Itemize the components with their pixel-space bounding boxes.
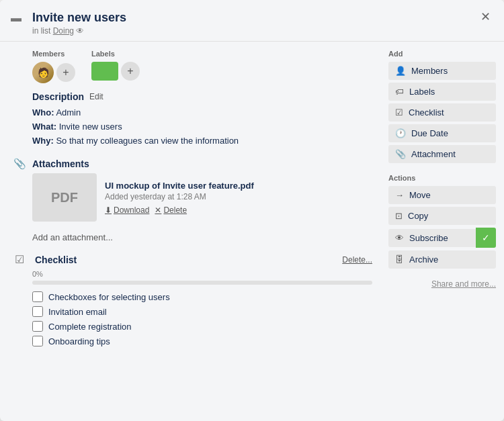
- checklist-checkbox-1[interactable]: [32, 291, 43, 302]
- download-button[interactable]: ⬇ Download: [105, 205, 149, 215]
- list-link[interactable]: Doing: [53, 26, 74, 36]
- description-title: Description: [32, 91, 84, 102]
- progress-label: 0%: [32, 270, 372, 278]
- delete-checklist-link[interactable]: Delete...: [342, 255, 372, 265]
- description-text: Who: Admin What: Invite new users Why: S…: [32, 106, 372, 148]
- archive-button[interactable]: 🗄 Archive: [388, 250, 496, 269]
- sidebar-add-title: Add: [388, 50, 496, 58]
- attachment-date: Added yesterday at 1:28 AM: [105, 192, 254, 201]
- modal-title: Invite new users: [32, 11, 126, 25]
- add-member-button[interactable]: +: [56, 63, 75, 82]
- checklist-items: Checkboxes for selecting users Invitatio…: [32, 291, 372, 346]
- sidebar-add-section: Add 👤 Members 🏷 Labels ☑ Checklist 🕐 Due…: [388, 50, 496, 163]
- sidebar-members-button[interactable]: 👤 Members: [388, 62, 496, 80]
- attachments-header: 📎 Attachments: [32, 158, 372, 169]
- checklist-icon: ☑: [395, 107, 403, 118]
- add-attachment-link[interactable]: Add an attachment...: [32, 232, 113, 242]
- delete-icon: ✕: [155, 205, 161, 215]
- attachment-name: UI mockup of Invite user feature.pdf: [105, 181, 254, 191]
- paperclip-icon: 📎: [395, 149, 406, 159]
- eye-icon: 👁: [395, 233, 404, 243]
- attachments-title: Attachments: [32, 158, 89, 169]
- list-item: Invitation email: [32, 306, 372, 317]
- share-link[interactable]: Share and more...: [388, 279, 496, 289]
- description-section: Description Edit Who: Admin What: Invite…: [32, 91, 372, 148]
- sidebar-actions-section: Actions → Move ⊡ Copy 👁 Subscribe ✓: [388, 174, 496, 269]
- sidebar-actions-title: Actions: [388, 174, 496, 182]
- checklist-item-label: Checkboxes for selecting users: [48, 292, 170, 302]
- subscribe-row: 👁 Subscribe ✓: [388, 228, 496, 248]
- attachment-item: PDF UI mockup of Invite user feature.pdf…: [32, 173, 372, 222]
- sidebar-attachment-button[interactable]: 📎 Attachment: [388, 145, 496, 163]
- move-icon: →: [395, 190, 404, 200]
- attachment-thumbnail: PDF: [32, 173, 97, 222]
- edit-description-link[interactable]: Edit: [89, 92, 103, 101]
- label-row: +: [91, 62, 140, 81]
- checklist-item-label: Invitation email: [48, 307, 107, 317]
- card-icon: ▬: [11, 12, 22, 24]
- labels-section: Labels +: [91, 50, 140, 83]
- add-label-button[interactable]: +: [121, 62, 140, 81]
- move-button[interactable]: → Move: [388, 186, 496, 204]
- checklist-item-label: Complete registration: [48, 322, 132, 332]
- checklist-checkbox-2[interactable]: [32, 306, 43, 317]
- checklist-header-row: ☑ Checklist Delete...: [32, 253, 372, 266]
- members-label: Members: [32, 50, 75, 58]
- label-chip-green[interactable]: [91, 62, 118, 81]
- person-icon: 👤: [395, 66, 406, 76]
- checklist-icon: ☑: [15, 253, 24, 266]
- label-icon: 🏷: [395, 87, 404, 97]
- attachments-section: 📎 Attachments PDF UI mockup of Invite us…: [32, 158, 372, 242]
- list-item: Checkboxes for selecting users: [32, 291, 372, 302]
- close-button[interactable]: ✕: [475, 8, 496, 26]
- avatar: 🧑: [32, 62, 54, 83]
- archive-icon: 🗄: [395, 254, 404, 265]
- main-content: Members 🧑 + Labels + Descrip: [0, 42, 383, 421]
- progress-bar-bg: [32, 281, 372, 285]
- modal-container: ▬ Invite new users in list Doing 👁 ✕ Mem…: [0, 0, 504, 421]
- attachment-info: UI mockup of Invite user feature.pdf Add…: [105, 173, 254, 222]
- modal-header: ▬ Invite new users in list Doing 👁 ✕: [0, 0, 504, 42]
- modal-body: Members 🧑 + Labels + Descrip: [0, 42, 504, 421]
- sidebar-duedate-button[interactable]: 🕐 Due Date: [388, 124, 496, 142]
- delete-attachment-button[interactable]: ✕ Delete: [155, 205, 187, 215]
- description-header: Description Edit: [32, 91, 372, 102]
- modal-subtitle: in list Doing 👁: [32, 26, 477, 36]
- checklist-checkbox-3[interactable]: [32, 321, 43, 332]
- checklist-title: Checklist: [35, 254, 77, 265]
- clock-icon: 🕐: [395, 128, 406, 138]
- attachment-actions: ⬇ Download ✕ Delete: [105, 205, 254, 215]
- sidebar: Add 👤 Members 🏷 Labels ☑ Checklist 🕐 Due…: [383, 42, 504, 421]
- copy-button[interactable]: ⊡ Copy: [388, 207, 496, 225]
- checklist-checkbox-4[interactable]: [32, 336, 43, 346]
- copy-icon: ⊡: [395, 211, 403, 221]
- sidebar-checklist-button[interactable]: ☑ Checklist: [388, 103, 496, 122]
- list-item: Complete registration: [32, 321, 372, 332]
- labels-label: Labels: [91, 50, 140, 58]
- members-row: 🧑 +: [32, 62, 75, 83]
- attachment-icon: 📎: [13, 158, 26, 170]
- checklist-section: ☑ Checklist Delete... 0% Checkboxes for …: [32, 253, 372, 346]
- list-item: Onboarding tips: [32, 336, 372, 346]
- members-section: Members 🧑 +: [32, 50, 75, 83]
- subscribe-button[interactable]: 👁 Subscribe: [388, 229, 476, 247]
- subscribe-check-button[interactable]: ✓: [476, 228, 496, 248]
- download-icon: ⬇: [105, 205, 112, 215]
- checklist-item-label: Onboarding tips: [48, 336, 110, 346]
- sidebar-labels-button[interactable]: 🏷 Labels: [388, 83, 496, 101]
- meta-row: Members 🧑 + Labels +: [32, 50, 372, 83]
